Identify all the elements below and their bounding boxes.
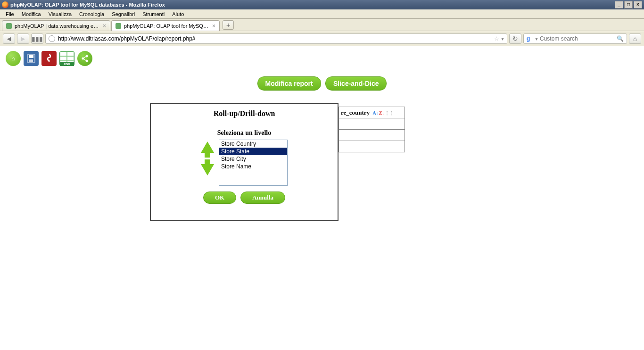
menu-file[interactable]: File: [2, 10, 18, 18]
tab-label: phpMyOLAP | data warehousing e analisi .…: [15, 23, 100, 29]
page-content: ⌂ csv Modifica report Slice-and-Dice re_…: [0, 46, 644, 350]
tab-label: phpMyOLAP: OLAP tool for MySQL datab...: [124, 23, 209, 29]
menu-bookmarks[interactable]: Segnalibri: [108, 10, 139, 18]
navigation-bar: ◄ ► ▮▮▮ ☆ ▾ ↻ ▾ 🔍 ⌂: [0, 31, 644, 46]
excel-icon[interactable]: csv: [59, 51, 74, 66]
drilldown-arrow-icon[interactable]: [201, 164, 214, 175]
level-select[interactable]: Store Country Store State Store City Sto…: [219, 140, 288, 186]
save-icon[interactable]: [24, 51, 39, 66]
bookmark-star-icon[interactable]: ☆: [494, 35, 499, 42]
pdf-icon[interactable]: [41, 51, 57, 66]
search-field[interactable]: ▾ 🔍: [523, 33, 627, 44]
level-option[interactable]: Store Name: [219, 163, 287, 170]
maximize-button[interactable]: □: [624, 1, 633, 8]
reload-button[interactable]: ↻: [509, 33, 521, 44]
table-cell: [339, 130, 405, 141]
level-option[interactable]: Store Country: [219, 140, 287, 148]
search-go-icon[interactable]: 🔍: [617, 35, 624, 42]
modify-report-button[interactable]: Modifica report: [257, 76, 321, 91]
tab-strip: phpMyOLAP | data warehousing e analisi .…: [0, 19, 644, 31]
minimize-button[interactable]: _: [615, 1, 623, 8]
forward-button[interactable]: ►: [17, 33, 29, 44]
window-title: phpMyOLAP: OLAP tool for MySQL databases…: [10, 2, 165, 8]
level-option[interactable]: Store State: [219, 148, 287, 155]
tab-favicon: [6, 23, 12, 29]
ok-button[interactable]: OK: [203, 192, 236, 204]
action-buttons: Modifica report Slice-and-Dice: [0, 76, 644, 91]
dialog-title: Roll-up/Drill-down: [157, 109, 332, 118]
svg-line-6: [84, 57, 86, 58]
tab-favicon: [116, 23, 121, 29]
tab-close-icon[interactable]: ×: [212, 23, 215, 29]
slice-dice-button[interactable]: Slice-and-Dice: [325, 76, 387, 91]
rollup-dialog: Roll-up/Drill-down Seleziona un livello …: [150, 103, 339, 221]
menu-help[interactable]: Aiuto: [168, 10, 188, 18]
home-button[interactable]: ⌂: [629, 33, 641, 44]
dropdown-icon[interactable]: ▾: [501, 35, 504, 42]
column-header-text: re_country: [341, 109, 370, 116]
menu-tools[interactable]: Strumenti: [139, 10, 168, 18]
menu-view[interactable]: Visualizza: [45, 10, 75, 18]
site-identity-icon: [49, 35, 55, 42]
google-icon: [527, 35, 533, 42]
new-tab-button[interactable]: +: [223, 20, 234, 30]
close-button[interactable]: ×: [634, 1, 642, 8]
table-cell: [339, 141, 405, 152]
url-field[interactable]: ☆ ▾: [45, 33, 507, 44]
column-header[interactable]: re_country A↓ Z↓ ⋮⋮: [339, 107, 405, 118]
tab-0[interactable]: phpMyOLAP | data warehousing e analisi .…: [2, 20, 110, 31]
svg-rect-1: [29, 55, 33, 58]
report-table: re_country A↓ Z↓ ⋮⋮: [339, 107, 405, 152]
url-input[interactable]: [58, 35, 492, 42]
sort-clear-icon[interactable]: ⋮⋮: [385, 110, 394, 116]
svg-point-4: [86, 55, 88, 58]
table-cell: [339, 118, 405, 130]
firefox-icon: [2, 1, 8, 8]
dialog-subtitle: Seleziona un livello: [157, 129, 332, 137]
share-icon[interactable]: [77, 51, 92, 66]
search-dropdown-icon[interactable]: ▾: [535, 35, 538, 42]
menu-bar: File Modifica Visualizza Cronologia Segn…: [0, 9, 644, 19]
svg-point-5: [86, 60, 88, 62]
window-titlebar: phpMyOLAP: OLAP tool for MySQL databases…: [0, 0, 644, 9]
report-toolbar: ⌂ csv: [0, 46, 644, 71]
activity-button[interactable]: ▮▮▮: [31, 33, 43, 44]
menu-edit[interactable]: Modifica: [18, 10, 45, 18]
sort-asc-icon[interactable]: A↓: [372, 110, 378, 116]
tab-1[interactable]: phpMyOLAP: OLAP tool for MySQL datab... …: [111, 20, 220, 31]
back-button[interactable]: ◄: [3, 33, 15, 44]
sort-desc-icon[interactable]: Z↓: [379, 110, 385, 116]
menu-history[interactable]: Cronologia: [75, 10, 108, 18]
svg-line-7: [84, 59, 86, 60]
search-input[interactable]: [540, 35, 617, 42]
svg-rect-2: [29, 59, 33, 62]
rollup-arrow-icon[interactable]: [201, 142, 214, 153]
level-option[interactable]: Store City: [219, 155, 287, 163]
home-icon[interactable]: ⌂: [6, 51, 21, 66]
cancel-button[interactable]: Annulla: [240, 192, 285, 204]
tab-close-icon[interactable]: ×: [103, 23, 106, 29]
